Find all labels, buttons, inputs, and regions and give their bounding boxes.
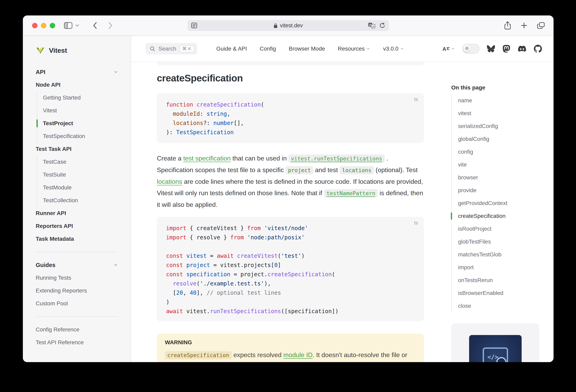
minimize-window-button[interactable] — [41, 23, 46, 28]
outline-item-serializedconfig[interactable]: serializedConfig — [452, 120, 540, 133]
back-button[interactable] — [92, 22, 97, 29]
sidebar-item-running-tests[interactable]: Running Tests — [36, 271, 131, 284]
outline-item-name[interactable]: name — [452, 94, 540, 107]
text-run: Create a — [157, 155, 183, 162]
address-bar[interactable]: vitest.dev A a — [188, 20, 389, 31]
outline-item-matchestestglob[interactable]: matchesTestGlob — [452, 248, 540, 261]
sidebar-item-config-reference[interactable]: Config Reference — [36, 323, 131, 336]
sidebar-item-api[interactable]: API — [36, 66, 131, 78]
sidebar-item-vitest[interactable]: Vitest — [37, 104, 131, 117]
tabs-icon — [537, 22, 545, 29]
outline-item-getprovidedcontext[interactable]: getProvidedContext — [452, 197, 540, 210]
search-button[interactable]: Search ⌘ K — [145, 43, 197, 55]
code-lang-badge: ts — [414, 96, 418, 102]
sidebar-item-extending-reporters[interactable]: Extending Reporters — [36, 284, 131, 297]
code-monitor-icon: </> — [479, 343, 511, 362]
translate-badge-button[interactable]: A a — [368, 23, 375, 29]
outline-item-createspecification[interactable]: createSpecification — [452, 210, 540, 222]
code-block-signature: ts function createSpecification( moduleI… — [157, 93, 424, 143]
top-nav: Search ⌘ K Guide & APIConfigBrowser Mode… — [131, 36, 553, 62]
close-window-button[interactable] — [32, 23, 37, 28]
outline-item-config[interactable]: config — [452, 146, 540, 158]
sidebar-item-custom-pool[interactable]: Custom Pool — [36, 297, 131, 310]
sidebar-item-testsuite[interactable]: TestSuite — [37, 168, 131, 181]
tab-group-chevron-button[interactable] — [75, 24, 79, 27]
page-title: createSpecification — [157, 72, 424, 84]
outline-item-globalconfig[interactable]: globalConfig — [452, 133, 540, 146]
sidebar-divider — [36, 316, 118, 317]
github-link[interactable] — [534, 45, 542, 53]
sidebar-item-test-task-api[interactable]: Test Task API — [36, 143, 131, 155]
sidebar-item-testcase[interactable]: TestCase — [37, 155, 131, 168]
sidebar-item-testmodule[interactable]: TestModule — [37, 181, 131, 194]
text-run: expects resolved — [232, 351, 283, 359]
vitest-logo-icon — [36, 46, 45, 55]
sidebar-item-testspecification[interactable]: TestSpecification — [37, 130, 131, 143]
share-button[interactable] — [504, 21, 511, 30]
nav-link-guide-api[interactable]: Guide & API — [216, 46, 247, 52]
outline-item-globtestfiles[interactable]: globTestFiles — [452, 235, 540, 248]
forward-button[interactable] — [108, 22, 113, 29]
code-lines-0: function createSpecification( moduleId: … — [166, 100, 415, 137]
outline-item-ontestsrerun[interactable]: onTestsRerun — [452, 274, 540, 287]
code-block-example: ts import { createVitest } from 'vitest/… — [157, 217, 424, 321]
outline-title: On this page — [451, 85, 540, 91]
nav-link-browser-mode[interactable]: Browser Mode — [289, 46, 325, 52]
zoom-window-button[interactable] — [50, 23, 55, 28]
code-lang-badge: ts — [414, 220, 418, 226]
search-label: Search — [158, 46, 176, 52]
sidebar-item-test-api-reference[interactable]: Test API Reference — [36, 336, 131, 349]
language-button[interactable]: A — [442, 45, 455, 52]
outline-item-import[interactable]: import — [452, 261, 540, 274]
nav-link-resources[interactable]: Resources — [338, 46, 371, 52]
theme-toggle-knob — [463, 45, 470, 52]
outline-item-isbrowserenabled[interactable]: isBrowserEnabled — [452, 287, 540, 300]
sidebar-nav: APINode APIGetting StartedVitestTestProj… — [36, 66, 131, 349]
theme-toggle[interactable] — [462, 44, 479, 54]
outline-item-isrootproject[interactable]: isRootProject — [452, 222, 540, 235]
page-menu-button[interactable] — [191, 23, 197, 28]
vitest-logo[interactable]: Vitest — [36, 45, 131, 56]
outline-item-provide[interactable]: provide — [452, 184, 540, 197]
svg-text:A: A — [442, 46, 446, 52]
bluesky-link[interactable] — [487, 45, 495, 53]
sidebar-item-guides[interactable]: Guides — [36, 259, 131, 271]
inline-code-link-testnamepattern[interactable]: testNamePattern — [324, 189, 378, 197]
text-run: that can be used in — [231, 155, 288, 162]
mastodon-link[interactable] — [503, 45, 510, 53]
forward-arrow-icon — [108, 22, 113, 29]
outline-items: namevitestserializedConfigglobalConfigco… — [451, 94, 540, 312]
sidebar-divider — [36, 252, 118, 252]
discord-link[interactable] — [518, 45, 526, 53]
sidebar-item-task-metadata[interactable]: Task Metadata — [36, 233, 131, 245]
search-icon — [150, 46, 155, 52]
sidebar-item-runner-api[interactable]: Runner API — [36, 207, 131, 220]
sun-icon — [465, 46, 469, 51]
on-this-page: On this page namevitestserializedConfigg… — [451, 62, 540, 362]
tab-overview-button[interactable] — [537, 22, 545, 29]
reload-button[interactable] — [379, 23, 385, 29]
sidebar-item-node-api[interactable]: Node API — [36, 78, 131, 91]
inline-code-createspecification: createSpecification — [165, 351, 232, 359]
desktop-background: vitest.dev A a — [0, 0, 576, 392]
sidebar-item-testproject[interactable]: TestProject — [37, 117, 131, 130]
outline-item-browser[interactable]: browser — [452, 171, 540, 184]
sponsor-box[interactable]: </> — [451, 323, 540, 362]
inline-link-test-specification[interactable]: test specification — [183, 155, 231, 162]
new-tab-button[interactable] — [521, 22, 527, 29]
translations-icon: A — [442, 45, 450, 52]
sidebar-item-reporters-api[interactable]: Reporters API — [36, 220, 131, 233]
outline-item-close[interactable]: close — [452, 300, 540, 312]
inline-link-locations[interactable]: locations — [157, 178, 182, 185]
inline-link-module-id[interactable]: module ID — [283, 351, 313, 359]
outline-item-vitest[interactable]: vitest — [452, 107, 540, 120]
sidebar-item-testcollection[interactable]: TestCollection — [37, 194, 131, 207]
nav-link-config[interactable]: Config — [260, 46, 276, 52]
nav-link-v3-0-0[interactable]: v3.0.0 — [383, 46, 404, 52]
inline-code-link-vitest-runtestspecifications[interactable]: vitest.runTestSpecifications — [288, 154, 384, 163]
outline-item-vite[interactable]: vite — [452, 158, 540, 171]
sidebar-item-getting-started[interactable]: Getting Started — [37, 91, 131, 104]
reload-icon — [379, 23, 385, 29]
github-icon — [534, 45, 542, 53]
sidebar-toggle-button[interactable] — [64, 22, 72, 29]
